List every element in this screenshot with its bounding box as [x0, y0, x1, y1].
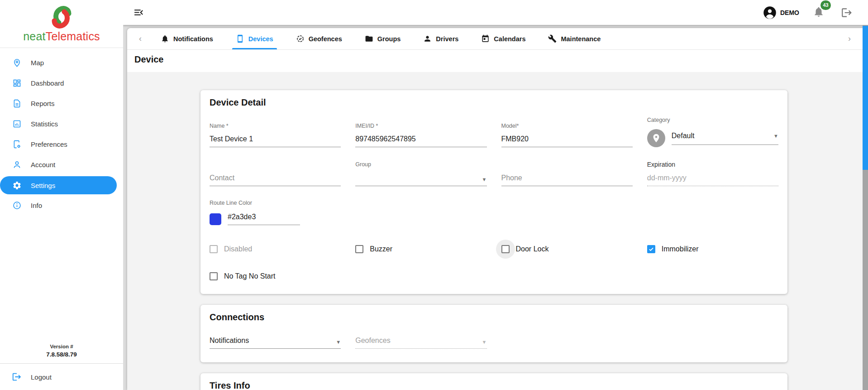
checkbox-door-lock[interactable]: Door Lock [501, 245, 549, 253]
name-field: Name * [210, 117, 341, 147]
sidebar-item-reports[interactable]: Reports [0, 93, 123, 114]
notifications-select[interactable]: Notifications ▼ [210, 336, 341, 349]
main-scrollbar[interactable] [863, 25, 868, 390]
content-panel: ‹ Notifications Devices [127, 28, 868, 390]
tab-notifications[interactable]: Notifications [160, 28, 214, 49]
version-info: Version # 7.8.58/8.79 [0, 344, 123, 363]
sidebar-collapse-icon[interactable] [133, 7, 144, 18]
app-root: neatTelematics Map Dashboard Reports [0, 0, 868, 390]
checkbox-buzzer[interactable]: Buzzer [355, 245, 392, 253]
chevron-down-icon: ▼ [482, 177, 487, 182]
sidebar-item-dashboard[interactable]: Dashboard [0, 73, 123, 93]
name-input[interactable] [210, 135, 341, 147]
person-icon [423, 34, 432, 43]
geofences-select[interactable]: Geofences ▼ [355, 336, 486, 349]
tabs: Notifications Devices Geofences [160, 28, 601, 49]
route-color-label: Route Line Color [210, 200, 336, 206]
sidebar-item-label: Info [31, 202, 42, 209]
tab-label: Calendars [494, 35, 525, 43]
brand-logo-icon [49, 5, 74, 30]
version-label: Version # [0, 344, 123, 349]
sidebar-item-label: Reports [31, 100, 55, 107]
version-value: 7.8.58/8.79 [0, 351, 123, 358]
tab-drivers[interactable]: Drivers [422, 28, 459, 49]
tab-maintenance[interactable]: Maintenance [547, 28, 601, 49]
checkbox-disabled[interactable]: Disabled [210, 245, 252, 253]
model-input[interactable] [501, 135, 633, 147]
sidebar-item-preferences[interactable]: Preferences [0, 134, 123, 154]
reports-document-icon [12, 99, 22, 109]
expiration-label: Expiration [647, 161, 778, 168]
sidebar-logout[interactable]: Logout [0, 364, 123, 390]
brand-name: neatTelematics [0, 30, 123, 43]
imei-field: IMEI/ID * [355, 117, 486, 147]
sidebar-nav: Map Dashboard Reports Statistics [0, 48, 123, 216]
field-row-1: Name * IMEI/ID * Model* [210, 117, 778, 147]
topbar: DEMO 43 [123, 0, 868, 25]
chevron-down-icon: ▼ [482, 339, 487, 345]
checkbox-box [210, 272, 218, 280]
chevron-down-icon: ▼ [773, 133, 778, 139]
check-icon [649, 248, 653, 250]
tab-devices[interactable]: Devices [235, 28, 274, 49]
tab-label: Geofences [309, 35, 342, 43]
settings-gear-icon [12, 180, 22, 190]
category-select[interactable]: Default ▼ [672, 132, 778, 145]
connections-title: Connections [210, 312, 778, 323]
route-color-field: Route Line Color [210, 198, 336, 225]
avatar [763, 6, 777, 19]
logout-icon [12, 372, 22, 382]
sidebar-item-settings[interactable]: Settings [0, 176, 117, 194]
sidebar-item-statistics[interactable]: Statistics [0, 114, 123, 134]
sidebar-item-label: Statistics [31, 120, 58, 128]
logout-label: Logout [31, 373, 52, 381]
tab-calendars[interactable]: Calendars [480, 28, 526, 49]
smartphone-icon [236, 34, 244, 43]
sidebar-item-info[interactable]: Info [0, 195, 123, 216]
tab-groups[interactable]: Groups [364, 28, 402, 49]
expiration-input[interactable] [647, 174, 778, 186]
tabs-bar: ‹ Notifications Devices [127, 28, 868, 50]
contact-input[interactable] [210, 174, 341, 186]
phone-input[interactable] [501, 174, 633, 186]
topbar-logout-icon[interactable] [841, 7, 853, 19]
sidebar-item-account[interactable]: Account [0, 154, 123, 175]
device-detail-title: Device Detail [210, 97, 778, 108]
group-field: Group ▼ [355, 159, 486, 186]
main-scrollbar-thumb[interactable] [863, 26, 868, 170]
brand-name-red: Telematics [46, 30, 100, 43]
checkbox-row: Disabled Buzzer Door Lock [210, 245, 778, 253]
account-person-icon [12, 160, 22, 170]
contact-field [210, 159, 341, 186]
notifications-button[interactable]: 43 [813, 6, 825, 19]
tab-label: Groups [377, 35, 401, 43]
checkbox-immobilizer[interactable]: Immobilizer [647, 245, 699, 253]
imei-input[interactable] [355, 135, 486, 147]
name-label: Name * [210, 123, 341, 129]
tab-label: Maintenance [561, 35, 601, 43]
tab-geofences[interactable]: Geofences [295, 28, 343, 49]
tab-label: Notifications [173, 35, 213, 43]
route-color-swatch[interactable] [210, 213, 221, 225]
chevron-down-icon: ▼ [336, 339, 341, 345]
tabs-scroll-left-icon[interactable]: ‹ [134, 34, 146, 43]
tabs-scroll-right-icon[interactable]: › [844, 34, 855, 43]
checkbox-no-tag-no-start[interactable]: No Tag No Start [210, 272, 276, 280]
group-select[interactable]: ▼ [355, 173, 486, 186]
connections-row: Notifications ▼ Geofences ▼ [210, 336, 778, 349]
tab-label: Devices [248, 35, 273, 43]
model-label: Model* [501, 123, 633, 129]
category-value: Default [672, 132, 695, 140]
checkbox-label: Immobilizer [662, 245, 699, 253]
user-menu[interactable]: DEMO [763, 6, 799, 19]
checkbox-label: Buzzer [370, 245, 392, 253]
content-wrap: ‹ Notifications Devices [123, 25, 868, 390]
route-color-input[interactable] [228, 213, 300, 225]
user-name: DEMO [780, 9, 799, 16]
checkbox-box [210, 245, 218, 253]
category-pin-icon [647, 129, 665, 147]
wrench-icon [548, 34, 557, 43]
preferences-icon [12, 140, 22, 149]
sidebar-item-map[interactable]: Map [0, 53, 123, 73]
field-row-2: Group ▼ Expiration [210, 159, 778, 186]
